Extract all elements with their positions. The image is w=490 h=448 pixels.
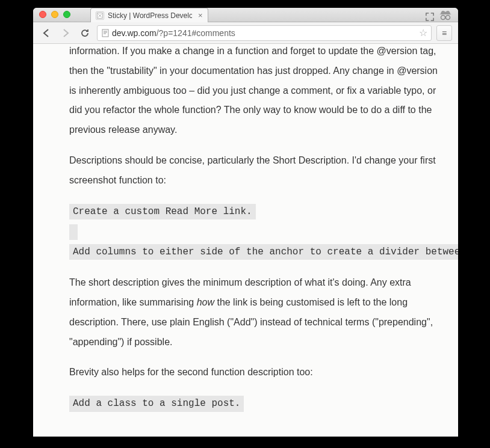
page-content: information. If you make a change in a f… <box>33 44 458 437</box>
svg-point-1 <box>441 16 445 20</box>
code-line: Create a custom Read More link. <box>69 204 256 219</box>
zoom-window-button[interactable] <box>63 11 70 18</box>
titlebar: Sticky | WordPress Develop × <box>33 8 458 22</box>
window-controls <box>39 11 70 18</box>
code-block: Add a class to a single post. <box>69 393 446 414</box>
minimize-window-button[interactable] <box>51 11 58 18</box>
article-body: information. If you make a change in a f… <box>69 44 458 425</box>
tab-title: Sticky | WordPress Develop <box>108 11 192 20</box>
fullscreen-icon[interactable] <box>426 13 434 21</box>
url-text: dev.wp.com/?p=1241#comments <box>112 28 417 38</box>
code-line: Add columns to either side of the anchor… <box>69 244 458 260</box>
paragraph: Brevity also helps for the second functi… <box>69 363 446 382</box>
back-button[interactable] <box>39 26 54 40</box>
browser-tab[interactable]: Sticky | WordPress Develop × <box>90 8 208 22</box>
page-favicon <box>96 11 104 20</box>
close-window-button[interactable] <box>39 11 46 18</box>
paragraph: The short description gives the minimum … <box>69 273 446 352</box>
page-icon <box>101 29 110 37</box>
incognito-icon <box>439 9 452 24</box>
forward-button[interactable] <box>58 26 73 40</box>
svg-point-2 <box>446 16 450 20</box>
reload-button[interactable] <box>78 26 92 40</box>
tab-close-icon[interactable]: × <box>198 11 203 20</box>
menu-button[interactable]: ≡ <box>436 25 452 41</box>
address-bar[interactable]: dev.wp.com/?p=1241#comments ☆ <box>97 25 432 41</box>
code-block: Create a custom Read More link. Add colu… <box>69 201 446 263</box>
toolbar: dev.wp.com/?p=1241#comments ☆ ≡ <box>33 22 458 44</box>
browser-window: Sticky | WordPress Develop × dev.wp.com/… <box>33 8 458 437</box>
svg-rect-3 <box>102 29 108 37</box>
code-line: Add a class to a single post. <box>69 396 244 411</box>
paragraph: Descriptions should be concise, particul… <box>69 151 446 191</box>
code-line <box>69 224 78 240</box>
bookmark-star-icon[interactable]: ☆ <box>419 27 427 38</box>
paragraph: information. If you make a change in a f… <box>69 44 446 140</box>
